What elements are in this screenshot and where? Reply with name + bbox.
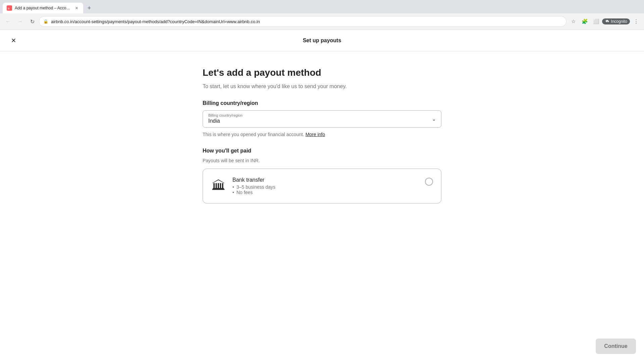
- incognito-label: Incognito: [611, 19, 627, 24]
- svg-rect-5: [220, 183, 221, 188]
- bank-icon: [211, 177, 226, 192]
- svg-text:a: a: [8, 7, 9, 10]
- address-bar[interactable]: 🔒 airbnb.co.in/account-settings/payments…: [39, 16, 567, 27]
- svg-rect-2: [213, 183, 215, 188]
- billing-helper-text: This is where you opened your financial …: [203, 132, 441, 137]
- extensions-button[interactable]: 🧩: [579, 16, 590, 27]
- payouts-note: Payouts will be sent in INR.: [203, 158, 441, 163]
- reload-button[interactable]: ↻: [27, 16, 38, 27]
- svg-rect-6: [222, 183, 223, 188]
- billing-field-label: Billing country/region: [203, 100, 441, 106]
- lock-icon: 🔒: [43, 19, 48, 24]
- payment-section-label: How you'll get paid: [203, 148, 441, 154]
- browser-chrome: a Add a payout method – Account ✕ + ← → …: [0, 0, 644, 30]
- svg-rect-3: [216, 183, 217, 188]
- page-header-title: Set up payouts: [303, 38, 341, 44]
- svg-rect-4: [218, 183, 219, 188]
- menu-button[interactable]: ⋮: [631, 16, 641, 27]
- forward-button[interactable]: →: [15, 16, 25, 27]
- tab-bar: a Add a payout method – Account ✕ +: [0, 0, 644, 13]
- active-tab[interactable]: a Add a payout method – Account ✕: [3, 3, 83, 13]
- page-content: Let's add a payout method To start, let …: [195, 51, 449, 220]
- close-button[interactable]: ✕: [8, 35, 19, 46]
- bookmark-button[interactable]: ☆: [568, 16, 579, 27]
- svg-rect-7: [213, 188, 224, 189]
- page-heading: Let's add a payout method: [203, 67, 441, 78]
- tab-favicon: a: [7, 5, 12, 11]
- how-paid-section: How you'll get paid Payouts will be sent…: [203, 148, 441, 203]
- tab-close-button[interactable]: ✕: [74, 5, 79, 11]
- back-button[interactable]: ←: [3, 16, 13, 27]
- new-tab-button[interactable]: +: [85, 3, 94, 13]
- page-subheading: To start, let us know where you'd like u…: [203, 83, 441, 89]
- helper-text-content: This is where you opened your financial …: [203, 132, 304, 137]
- billing-country-select-wrapper: Billing country/region India ⌄: [203, 110, 441, 128]
- continue-button-wrapper: Continue: [596, 339, 636, 354]
- payment-option-name: Bank transfer: [232, 177, 418, 183]
- more-info-link[interactable]: More info: [306, 132, 325, 137]
- tab-title: Add a payout method – Account: [15, 6, 71, 10]
- billing-country-select[interactable]: Billing country/region India: [203, 110, 441, 128]
- bank-transfer-radio[interactable]: [425, 178, 433, 186]
- page-header: ✕ Set up payouts: [0, 30, 644, 51]
- payment-detail-days: 3–5 business days: [232, 184, 418, 190]
- select-floating-label: Billing country/region: [208, 113, 243, 117]
- toolbar-actions: ☆ 🧩 ⬜ Incognito ⋮: [568, 16, 641, 27]
- continue-button[interactable]: Continue: [596, 339, 636, 354]
- svg-rect-10: [212, 189, 225, 190]
- select-value: India: [208, 118, 425, 124]
- payment-option-info: Bank transfer 3–5 business days No fees: [232, 177, 418, 195]
- svg-marker-9: [213, 180, 224, 183]
- sidebar-button[interactable]: ⬜: [591, 16, 601, 27]
- incognito-badge[interactable]: Incognito: [602, 18, 630, 24]
- payment-detail-fees: No fees: [232, 190, 418, 195]
- browser-toolbar: ← → ↻ 🔒 airbnb.co.in/account-settings/pa…: [0, 13, 644, 29]
- incognito-icon: [605, 19, 609, 24]
- url-text: airbnb.co.in/account-settings/payments/p…: [51, 19, 562, 24]
- bank-transfer-option[interactable]: Bank transfer 3–5 business days No fees: [203, 169, 441, 203]
- payment-details-list: 3–5 business days No fees: [232, 184, 418, 195]
